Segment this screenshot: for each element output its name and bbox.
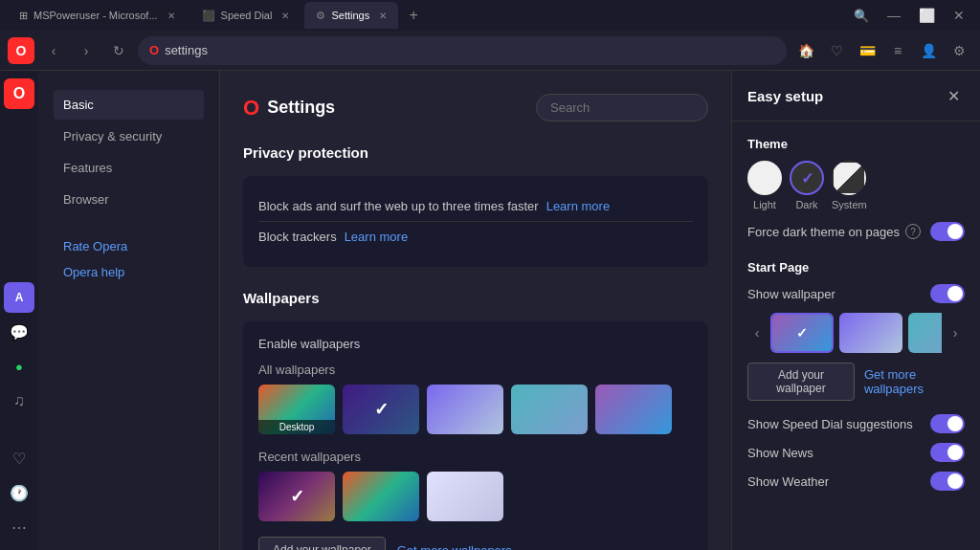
learn-more-trackers[interactable]: Learn more	[345, 230, 408, 244]
get-more-wallpapers-small-link[interactable]: Get more wallpapers	[864, 367, 965, 396]
wallpaper-thumb-2[interactable]: ✓	[343, 385, 419, 434]
nav-item-features[interactable]: Features	[54, 153, 204, 183]
easy-setup-panel: Easy setup ✕ Theme Light Dark	[731, 71, 980, 550]
new-tab-button[interactable]: +	[402, 4, 425, 27]
privacy-block: Block ads and surf the web up to three t…	[243, 176, 708, 267]
add-wallpaper-button[interactable]: Add your wallpaper	[258, 537, 386, 550]
reload-button[interactable]: ↻	[105, 37, 132, 64]
nav-item-privacy[interactable]: Privacy & security	[54, 121, 204, 151]
force-dark-info-icon[interactable]: ?	[905, 224, 921, 239]
address-value: settings	[165, 43, 208, 57]
close-window-button[interactable]: ✕	[946, 2, 972, 29]
start-page-label: Start Page	[747, 260, 965, 275]
address-bar[interactable]: O settings	[138, 36, 787, 65]
recent-thumb-2[interactable]	[343, 472, 419, 521]
nav-right-buttons: 🏠 ♡ 💳 ≡ 👤 ⚙	[792, 37, 972, 64]
theme-dark-label: Dark	[795, 199, 817, 210]
get-more-wallpapers-link[interactable]: Get more wallpapers	[397, 543, 512, 551]
carousel-thumb-1[interactable]: ✓	[770, 313, 834, 353]
carousel-right-arrow[interactable]: ›	[946, 323, 965, 342]
easy-setup-close-button[interactable]: ✕	[942, 84, 965, 107]
show-speed-dial-toggle[interactable]	[930, 414, 965, 433]
privacy-trackers-text: Block trackers	[258, 230, 337, 244]
privacy-row-ads: Block ads and surf the web up to three t…	[258, 191, 693, 222]
recent-wallpapers-grid: ✓	[258, 472, 693, 521]
carousel-thumb-3[interactable]	[908, 313, 942, 353]
theme-dark-circle	[790, 161, 824, 195]
settings-nav-icon[interactable]: ⚙	[946, 37, 972, 64]
sidebar-item-opera[interactable]: O	[4, 78, 34, 109]
theme-system[interactable]: System	[832, 161, 867, 210]
back-button[interactable]: ‹	[40, 37, 67, 64]
wallpaper-thumb-4[interactable]	[511, 385, 588, 434]
minimize-button[interactable]: —	[880, 2, 907, 29]
opera-icon: O	[16, 43, 27, 58]
sidebar-item-messenger[interactable]: 💬	[4, 317, 34, 347]
tab-mspoweruser-close[interactable]: ✕	[167, 11, 175, 21]
force-dark-label: Force dark theme on pages ?	[747, 224, 921, 239]
wallpaper-thumb-5[interactable]	[595, 385, 672, 434]
opera-logo[interactable]: O	[8, 37, 34, 64]
wallpaper-thumb-3[interactable]	[427, 385, 503, 434]
wallet-icon[interactable]: 💳	[854, 37, 880, 64]
easy-setup-body: Theme Light Dark System	[732, 121, 980, 525]
wallpaper-thumb-1[interactable]: Desktop	[258, 385, 335, 434]
show-speed-dial-row: Show Speed Dial suggestions	[747, 414, 965, 433]
show-news-label: Show News	[747, 446, 813, 460]
settings-opera-logo: O	[243, 96, 259, 121]
show-news-row: Show News	[747, 443, 965, 462]
sidebar-item-music[interactable]: ♫	[4, 385, 34, 416]
carousel-left-arrow[interactable]: ‹	[747, 323, 767, 342]
theme-system-circle	[832, 161, 866, 195]
show-news-toggle[interactable]	[930, 443, 965, 462]
favorites-icon[interactable]: ♡	[823, 37, 850, 64]
carousel-thumb-2[interactable]	[839, 313, 902, 353]
settings-nav: Basic Privacy & security Features Browse…	[38, 71, 220, 550]
recent-thumb-1[interactable]: ✓	[258, 472, 335, 521]
recent-thumb-3[interactable]	[427, 472, 503, 521]
start-page-section: Start Page Show wallpaper ‹ ✓	[747, 260, 965, 491]
search-browser-icon[interactable]: 🔍	[848, 2, 875, 29]
account-icon[interactable]: 👤	[915, 37, 942, 64]
privacy-protection-title: Privacy protection	[243, 144, 708, 161]
show-wallpaper-toggle[interactable]	[930, 284, 965, 303]
settings-search-input[interactable]	[536, 94, 708, 121]
theme-section: Theme Light Dark System	[747, 137, 965, 241]
theme-light[interactable]: Light	[747, 161, 782, 210]
tab-settings-close[interactable]: ✕	[379, 11, 387, 21]
nav-link-help[interactable]: Opera help	[54, 259, 204, 285]
theme-options: Light Dark System	[747, 161, 965, 210]
wallpapers-title: Wallpapers	[243, 290, 708, 306]
learn-more-ads[interactable]: Learn more	[546, 199, 610, 213]
recent-wallpapers-label: Recent wallpapers	[258, 450, 693, 464]
messenger-icon: 💬	[10, 323, 29, 341]
sidebar-item-favorites[interactable]: ♡	[4, 443, 34, 473]
nav-item-basic[interactable]: Basic	[54, 90, 204, 120]
show-weather-toggle[interactable]	[930, 472, 965, 491]
sidebar-item-more[interactable]: ⋯	[4, 512, 34, 542]
sidebar-icons: O A 💬 ● ♫ ♡ 🕐 ⋯	[0, 71, 38, 550]
forward-button[interactable]: ›	[73, 37, 100, 64]
menu-icon[interactable]: ≡	[884, 37, 911, 64]
tab-speeddial[interactable]: ⬛ Speed Dial ✕	[190, 2, 301, 29]
nav-link-rate[interactable]: Rate Opera	[54, 233, 204, 259]
tab-mspoweruser[interactable]: ⊞ MSPoweruser - Microsof... ✕	[8, 2, 187, 29]
music-icon: ♫	[13, 392, 25, 409]
sidebar-item-history[interactable]: 🕐	[4, 477, 34, 508]
maximize-button[interactable]: ⬜	[913, 2, 940, 29]
force-dark-row: Force dark theme on pages ?	[747, 222, 965, 241]
add-wallpaper-small-button[interactable]: Add your wallpaper	[747, 363, 855, 401]
carousel-items: ✓	[770, 313, 942, 353]
tab-mspoweruser-label: MSPoweruser - Microsof...	[33, 10, 158, 21]
easy-setup-title: Easy setup	[747, 88, 823, 104]
all-wallpapers-label: All wallpapers	[258, 363, 693, 377]
sidebar-item-aria[interactable]: A	[4, 282, 34, 313]
nav-item-browser[interactable]: Browser	[54, 185, 204, 214]
home-icon[interactable]: 🏠	[792, 37, 819, 64]
sidebar-item-whatsapp[interactable]: ●	[4, 351, 34, 382]
tab-settings[interactable]: ⚙ Settings ✕	[304, 2, 398, 29]
tab-speeddial-close[interactable]: ✕	[281, 11, 289, 21]
force-dark-toggle[interactable]	[930, 222, 965, 241]
show-weather-row: Show Weather	[747, 472, 965, 491]
theme-dark[interactable]: Dark	[790, 161, 824, 210]
